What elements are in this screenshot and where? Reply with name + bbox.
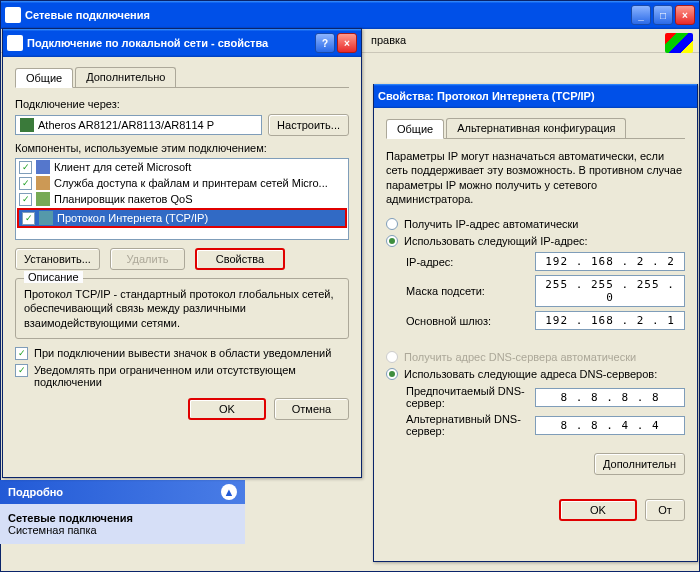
- network-icon: [5, 7, 21, 23]
- group-label: Описание: [24, 271, 83, 283]
- properties-button[interactable]: Свойства: [195, 248, 285, 270]
- tcpip-properties-window: Свойства: Протокол Интернета (TCP/IP) Об…: [373, 84, 698, 562]
- adapter-field: Atheros AR8121/AR8113/AR8114 P: [15, 115, 262, 135]
- connection-icon: [7, 35, 23, 51]
- client-icon: [36, 160, 50, 174]
- task-sub: Системная папка: [8, 524, 237, 536]
- description-group: Описание Протокол TCP/IP - стандартный п…: [15, 278, 349, 339]
- task-title: Сетевые подключения: [8, 512, 237, 524]
- window-title: Сетевые подключения: [25, 9, 631, 21]
- components-list[interactable]: Клиент для сетей Microsoft Служба доступ…: [15, 158, 349, 240]
- show-icon-checkbox-row[interactable]: При подключении вывести значок в области…: [15, 347, 349, 360]
- ip-input[interactable]: 192 . 168 . 2 . 2: [535, 252, 685, 271]
- radio-icon: [386, 235, 398, 247]
- mask-input[interactable]: 255 . 255 . 255 . 0: [535, 275, 685, 307]
- lan-properties-window: Подключение по локальной сети - свойства…: [2, 28, 362, 478]
- task-pane: Подробно ▲ Сетевые подключения Системная…: [0, 480, 245, 544]
- radio-dns-manual[interactable]: Использовать следующие адреса DNS-сервер…: [386, 368, 685, 380]
- checkbox[interactable]: [19, 193, 32, 206]
- titlebar-tcpip: Свойства: Протокол Интернета (TCP/IP): [374, 84, 697, 108]
- radio-icon: [386, 218, 398, 230]
- expand-icon[interactable]: ▲: [221, 484, 237, 500]
- radio-dns-auto: Получить адрес DNS-сервера автоматически: [386, 351, 685, 363]
- cancel-button[interactable]: От: [645, 499, 685, 521]
- description-text: Протокол TCP/IP - стандартный протокол г…: [24, 287, 340, 330]
- window-title: Подключение по локальной сети - свойства: [27, 37, 315, 49]
- gateway-input[interactable]: 192 . 168 . 2 . 1: [535, 311, 685, 330]
- tab-general[interactable]: Общие: [386, 119, 444, 139]
- menu-item-edit[interactable]: правка: [371, 34, 406, 46]
- tab-altconfig[interactable]: Альтернативная конфигурация: [446, 118, 626, 138]
- list-item[interactable]: Планировщик пакетов QoS: [16, 191, 348, 207]
- notify-checkbox-row[interactable]: Уведомлять при ограниченном или отсутств…: [15, 364, 349, 388]
- tab-general[interactable]: Общие: [15, 68, 73, 88]
- titlebar-lan: Подключение по локальной сети - свойства…: [3, 29, 361, 57]
- dns2-input[interactable]: 8 . 8 . 4 . 4: [535, 416, 685, 435]
- list-item[interactable]: Служба доступа к файлам и принтерам сете…: [16, 175, 348, 191]
- close-button[interactable]: ×: [337, 33, 357, 53]
- list-item-tcpip[interactable]: Протокол Интернета (TCP/IP): [17, 208, 347, 228]
- xp-flag-icon: [665, 33, 693, 53]
- list-item[interactable]: Клиент для сетей Microsoft: [16, 159, 348, 175]
- tabs: Общие Дополнительно: [15, 67, 349, 88]
- components-label: Компоненты, используемые этим подключени…: [15, 142, 349, 154]
- radio-ip-auto[interactable]: Получить IP-адрес автоматически: [386, 218, 685, 230]
- tab-advanced[interactable]: Дополнительно: [75, 67, 176, 87]
- advanced-button[interactable]: Дополнительн: [594, 453, 685, 475]
- checkbox[interactable]: [19, 161, 32, 174]
- connect-using-label: Подключение через:: [15, 98, 349, 110]
- window-title: Свойства: Протокол Интернета (TCP/IP): [378, 90, 693, 102]
- dns1-input[interactable]: 8 . 8 . 8 . 8: [535, 388, 685, 407]
- checkbox[interactable]: [15, 347, 28, 360]
- mask-label: Маска подсети:: [406, 285, 535, 297]
- service-icon: [36, 176, 50, 190]
- ip-label: IP-адрес:: [406, 256, 535, 268]
- dns2-label: Альтернативный DNS-сервер:: [406, 413, 535, 437]
- qos-icon: [36, 192, 50, 206]
- checkbox[interactable]: [19, 177, 32, 190]
- radio-ip-manual[interactable]: Использовать следующий IP-адрес:: [386, 235, 685, 247]
- configure-button[interactable]: Настроить...: [268, 114, 349, 136]
- help-button[interactable]: ?: [315, 33, 335, 53]
- dns1-label: Предпочитаемый DNS-сервер:: [406, 385, 535, 409]
- protocol-icon: [39, 211, 53, 225]
- ok-button[interactable]: OK: [559, 499, 637, 521]
- radio-icon: [386, 351, 398, 363]
- checkbox[interactable]: [15, 364, 28, 377]
- checkbox[interactable]: [22, 212, 35, 225]
- cancel-button[interactable]: Отмена: [274, 398, 349, 420]
- intro-text: Параметры IP могут назначаться автоматич…: [386, 149, 685, 206]
- task-pane-header[interactable]: Подробно ▲: [0, 480, 245, 504]
- maximize-button[interactable]: □: [653, 5, 673, 25]
- titlebar-back: Сетевые подключения _ □ ×: [1, 1, 699, 29]
- adapter-icon: [20, 118, 34, 132]
- tabs: Общие Альтернативная конфигурация: [386, 118, 685, 139]
- uninstall-button: Удалить: [110, 248, 185, 270]
- radio-icon: [386, 368, 398, 380]
- ok-button[interactable]: OK: [188, 398, 266, 420]
- minimize-button[interactable]: _: [631, 5, 651, 25]
- install-button[interactable]: Установить...: [15, 248, 100, 270]
- gateway-label: Основной шлюз:: [406, 315, 535, 327]
- close-button[interactable]: ×: [675, 5, 695, 25]
